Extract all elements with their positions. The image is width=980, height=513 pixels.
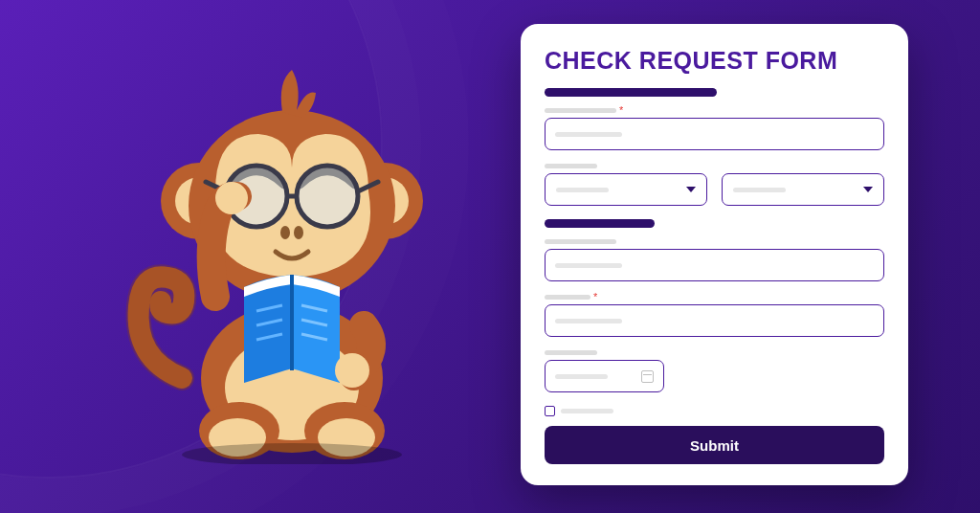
svg-point-18 xyxy=(215,182,248,214)
check-request-form-card: CHECK REQUEST FORM * * xyxy=(521,24,908,485)
form-title: CHECK REQUEST FORM xyxy=(545,47,884,75)
select-field-2[interactable] xyxy=(722,173,884,206)
mascot-monkey-reading xyxy=(115,62,459,464)
chevron-down-icon xyxy=(686,187,696,192)
date-input[interactable] xyxy=(545,360,664,392)
field-4-label: * xyxy=(545,295,884,300)
svg-point-17 xyxy=(294,226,303,239)
field-3-label xyxy=(545,239,884,244)
text-input-3[interactable] xyxy=(545,304,884,337)
field-5-label xyxy=(545,350,884,355)
calendar-icon xyxy=(641,370,654,383)
required-indicator: * xyxy=(619,108,623,113)
field-2-label xyxy=(545,164,884,168)
text-input-2[interactable] xyxy=(545,249,884,281)
svg-point-12 xyxy=(297,166,358,227)
chevron-down-icon xyxy=(863,187,873,192)
svg-point-26 xyxy=(335,353,369,388)
svg-point-16 xyxy=(280,226,290,239)
section-heading-1 xyxy=(545,88,717,97)
select-field-1[interactable] xyxy=(545,173,707,206)
checkbox-label xyxy=(561,409,613,413)
required-indicator: * xyxy=(593,295,597,300)
field-1-label: * xyxy=(545,108,884,113)
svg-rect-19 xyxy=(290,275,294,370)
submit-button[interactable]: Submit xyxy=(545,426,884,464)
text-input-1[interactable] xyxy=(545,118,884,150)
section-heading-2 xyxy=(545,219,655,228)
checkbox-agree[interactable] xyxy=(545,406,555,416)
